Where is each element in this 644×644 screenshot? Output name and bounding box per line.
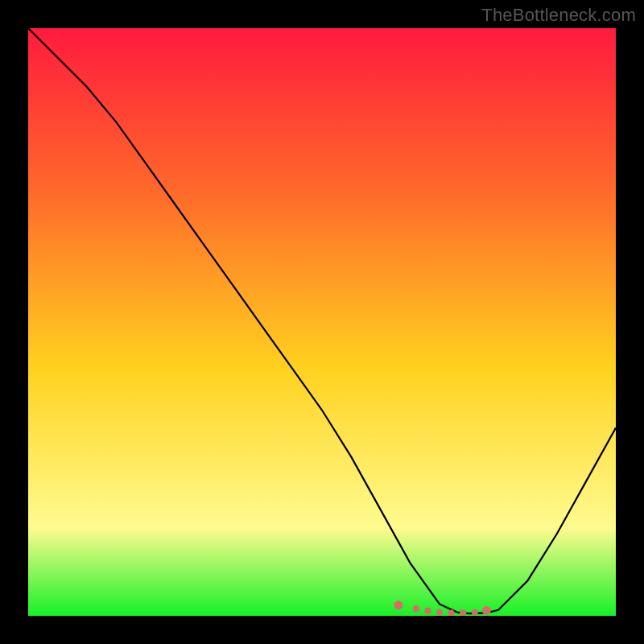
gradient-background (28, 28, 616, 616)
optimal-dot (394, 601, 402, 609)
optimal-dot (482, 606, 491, 615)
chart-frame: TheBottleneck.com (0, 0, 644, 644)
optimal-dot (413, 605, 419, 612)
optimal-dot (472, 609, 478, 615)
chart-svg (28, 28, 616, 616)
watermark-text: TheBottleneck.com (481, 5, 636, 26)
optimal-dot (424, 608, 431, 614)
optimal-dot (436, 609, 443, 615)
bottleneck-chart (28, 28, 616, 616)
